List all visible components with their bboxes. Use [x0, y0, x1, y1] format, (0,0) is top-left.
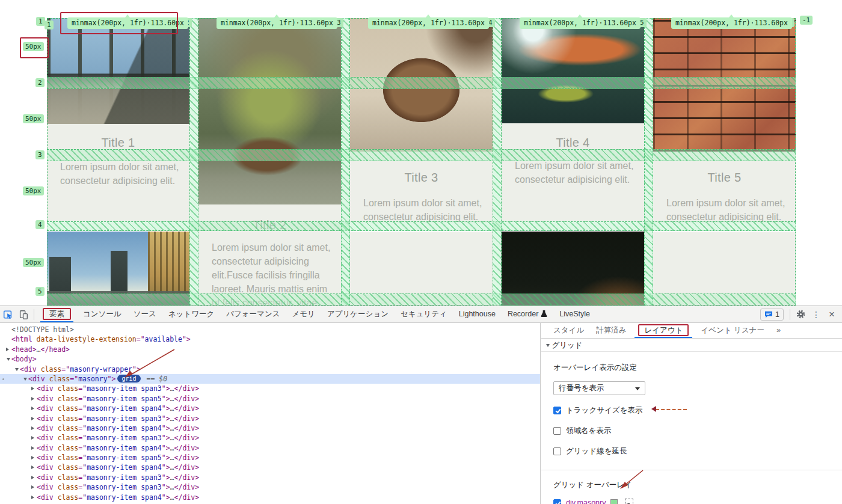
chevron-down-icon: [546, 344, 550, 349]
grid-row-line-number: 1: [45, 20, 54, 29]
chevron-down-icon[interactable]: [22, 374, 28, 384]
sidebar-tab-»[interactable]: »: [770, 323, 787, 338]
settings-gear-icon[interactable]: [793, 307, 808, 322]
checkbox-div.masonry[interactable]: [553, 499, 561, 504]
sidebar-tab-イベント リスナー[interactable]: イベント リスナー: [695, 323, 770, 338]
dom-tree-row[interactable]: <div class="masonry-item span3">…</div>: [0, 482, 540, 492]
overlay-color-swatch[interactable]: [610, 499, 618, 504]
section-divider: [541, 470, 842, 470]
grid-row-line-number: 2: [35, 78, 45, 87]
chevron-down-icon[interactable]: [5, 354, 11, 364]
more-menu-icon[interactable]: ⋮: [808, 307, 824, 322]
toolbar-separator: [790, 309, 790, 320]
grid-column-gap: [189, 18, 198, 306]
devtools-tab-コンソール[interactable]: コンソール: [77, 306, 128, 322]
chevron-right-icon[interactable]: [30, 493, 37, 502]
close-icon[interactable]: ×: [824, 307, 840, 322]
chevron-right-icon[interactable]: [30, 443, 37, 453]
grid-row-gap: [47, 221, 796, 231]
dom-tree-row[interactable]: <div class="masonry-item span5">…</div>: [0, 453, 540, 463]
inspect-element-icon[interactable]: [0, 307, 16, 322]
dom-tree-row[interactable]: <div class="masonry-item span4">…</div>: [0, 443, 540, 453]
grid-track-size-label: minmax(200px, 1fr)·113.60px: [368, 17, 489, 29]
devtools-tab-ソース[interactable]: ソース: [128, 306, 162, 322]
grid-row-line-number: 5: [35, 287, 45, 296]
dom-tree-row[interactable]: <!DOCTYPE html>: [0, 325, 540, 334]
browser-page-masonry-grid: Title 1 Lorem ipsum dolor sit amet, cons…: [0, 0, 842, 306]
dom-tree-row[interactable]: <head>…</head>: [0, 345, 540, 354]
checkbox-グリッド線を延長[interactable]: [553, 447, 561, 455]
grid-column-gap: [341, 18, 350, 306]
sidebar-tab-レイアウト[interactable]: レイアウト: [632, 323, 695, 338]
chevron-down-icon: [635, 387, 640, 390]
checkbox-label: グリッド線を延長: [566, 446, 627, 456]
dom-tree-row[interactable]: <div class="masonry-item span4">…</div>: [0, 423, 540, 433]
issues-bubble-icon: [764, 311, 773, 318]
grid-row-gap: [47, 293, 796, 306]
chevron-right-icon[interactable]: [30, 433, 37, 443]
grid-overlay-item: div.masonry: [553, 499, 842, 504]
grid-row-line-number: 3: [35, 150, 45, 159]
chevron-right-icon[interactable]: [30, 453, 37, 463]
grid-track-size-label: minmax(200px, 1fr)·113.60px: [217, 17, 337, 29]
dom-tree-row[interactable]: <html data-livestyle-extension="availabl…: [0, 334, 540, 344]
devtools-tab-Lighthouse[interactable]: Lighthouse: [453, 306, 502, 322]
dom-tree-row[interactable]: <div class="masonry-item span3">…</div>: [0, 433, 540, 443]
checkbox-トラックサイズを表示[interactable]: [553, 407, 561, 414]
dom-tree-row[interactable]: <div class="masonry-item span4">…</div>: [0, 493, 540, 502]
devtools-tab-メモリ[interactable]: メモリ: [286, 306, 321, 322]
grid-badge[interactable]: grid: [117, 375, 140, 383]
chevron-right-icon[interactable]: [5, 345, 11, 354]
overlay-settings-label: オーバーレイ表示の設定: [553, 363, 842, 373]
device-toolbar-icon[interactable]: [16, 307, 31, 322]
dom-tree-row[interactable]: <div class="masonry-wrapper">: [0, 364, 540, 374]
chevron-right-icon[interactable]: [30, 423, 37, 433]
annotation-box-row-size: [20, 37, 49, 58]
dom-tree-row[interactable]: <div class="masonry-item span3">…</div>: [0, 384, 540, 393]
dom-tree-row[interactable]: <div class="masonry-item span4">…</div>: [0, 463, 540, 472]
devtools-tab-Recorder[interactable]: Recorder: [502, 306, 553, 322]
chevron-right-icon[interactable]: [30, 394, 37, 404]
chevron-down-icon[interactable]: [13, 364, 20, 374]
chevron-right-icon[interactable]: [30, 414, 37, 423]
overlay-element-selector: div.masonry: [566, 499, 606, 504]
annotation-arrowhead-track-size: [648, 406, 656, 412]
grid-column-gap: [493, 18, 502, 306]
chevron-right-icon[interactable]: [30, 482, 37, 492]
devtools-sidebar: スタイル計算済みレイアウトイベント リスナー» グリッド オーバーレイ表示の設定…: [541, 323, 842, 504]
devtools-tab-パフォーマンス[interactable]: パフォーマンス: [220, 306, 286, 322]
grid-row-gap: [47, 149, 796, 161]
annotation-box-track-label: [60, 12, 178, 34]
dom-tree-row[interactable]: <body>: [0, 354, 540, 364]
dom-tree-row[interactable]: <div class="masonry-item span3">…</div>: [0, 473, 540, 482]
chevron-right-icon[interactable]: [30, 384, 37, 393]
chevron-right-icon[interactable]: [30, 463, 37, 472]
overlay-checkbox-list: トラックサイズを表示領域名を表示グリッド線を延長: [553, 405, 842, 456]
dom-tree-row[interactable]: <div class="masonry-item span4">…</div>: [0, 404, 540, 413]
selected-row-marker: [2, 378, 4, 380]
dom-tree-row-selected[interactable]: <div class="masonry">grid == $0: [0, 374, 540, 384]
issues-button[interactable]: 1: [760, 309, 784, 321]
sidebar-tabs: スタイル計算済みレイアウトイベント リスナー»: [541, 323, 842, 339]
sidebar-tab-計算済み[interactable]: 計算済み: [590, 323, 632, 338]
checkbox-領域名を表示[interactable]: [553, 427, 561, 435]
devtools-tab-ネットワーク[interactable]: ネットワーク: [162, 306, 220, 322]
devtools-tab-セキュリティ[interactable]: セキュリティ: [395, 306, 453, 322]
checkbox-row: トラックサイズを表示: [553, 405, 842, 416]
chevron-right-icon[interactable]: [30, 404, 37, 413]
dom-tree-row[interactable]: <div class="masonry-item span3">…</div>: [0, 414, 540, 423]
toolbar-separator: [34, 309, 34, 320]
dom-tree-row[interactable]: <div class="masonry-item span5">…</div>: [0, 394, 540, 404]
grid-row-gap: [47, 77, 796, 89]
devtools-tab-アプリケーション[interactable]: アプリケーション: [321, 306, 395, 322]
chevron-right-icon[interactable]: [30, 473, 37, 482]
inspect-element-icon[interactable]: [625, 499, 633, 504]
grid-overlay-items: div.masonry: [553, 499, 842, 504]
devtools-tab-LiveStyle[interactable]: LiveStyle: [553, 306, 596, 322]
sidebar-tab-スタイル[interactable]: スタイル: [547, 323, 590, 338]
screenshot-root: Title 1 Lorem ipsum dolor sit amet, cons…: [0, 0, 842, 504]
grid-section-header[interactable]: グリッド: [541, 339, 842, 352]
line-numbers-dropdown[interactable]: 行番号を表示: [553, 381, 645, 395]
devtools-tab-要素[interactable]: 要素: [37, 306, 77, 322]
experiment-flask-icon: [541, 310, 547, 318]
